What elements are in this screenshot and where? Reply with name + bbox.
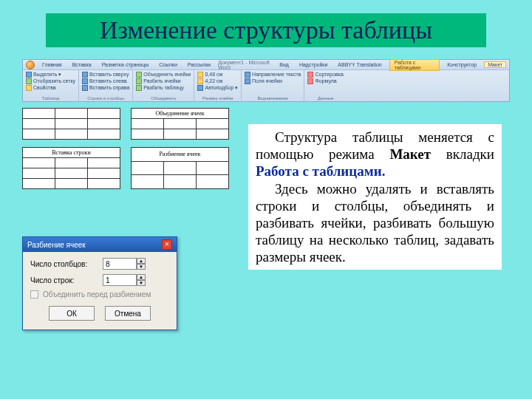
btn-merge[interactable]: Объединить ячейки bbox=[136, 72, 191, 78]
merge-before-checkbox[interactable] bbox=[30, 290, 38, 299]
btn-sort[interactable]: Сортировка bbox=[307, 72, 343, 78]
slide-title: Изменение структуры таблицы bbox=[46, 13, 486, 47]
spin-down-icon[interactable]: ▼ bbox=[137, 280, 146, 286]
tab-home[interactable]: Главная bbox=[39, 62, 65, 67]
rows-spinner[interactable]: ▲▼ bbox=[103, 274, 146, 286]
group-rows-cols: Вставить сверху Вставить слева Вставить … bbox=[79, 70, 133, 102]
p1-c: вкладки bbox=[431, 146, 494, 162]
cancel-button[interactable]: Отмена bbox=[105, 306, 151, 321]
split-header: Разбиение ячеек bbox=[132, 148, 229, 162]
group-name-rowscols: Строки и столбцы bbox=[82, 96, 129, 100]
btn-autofit[interactable]: Автоподбор ▾ bbox=[197, 85, 238, 91]
ribbon-tabs: Главная Вставка Разметка страницы Ссылки… bbox=[23, 60, 509, 70]
doc-title: Документ1 - Microsoft Word bbox=[218, 60, 272, 70]
spin-up-icon[interactable]: ▲ bbox=[137, 274, 146, 280]
group-data: Сортировка Формула Данные bbox=[304, 70, 346, 102]
sample-merged: Объединение ячеек bbox=[131, 108, 229, 140]
cols-label: Число столбцов: bbox=[30, 260, 97, 268]
tab-refs[interactable]: Ссылки bbox=[156, 62, 180, 67]
sample-split-cells: Разбиение ячеек bbox=[131, 147, 229, 189]
table-samples: Объединение ячеек Вставка строки Разбиен… bbox=[22, 108, 244, 197]
context-group-label: Работа с таблицами bbox=[389, 59, 440, 71]
group-name-align: Выравнивание bbox=[245, 96, 301, 100]
btn-ins-right[interactable]: Вставить справа bbox=[82, 85, 129, 91]
ok-button[interactable]: ОК bbox=[49, 306, 95, 321]
split-cells-dialog: Разбиение ячеек × Число столбцов: ▲▼ Чис… bbox=[22, 236, 177, 330]
spin-down-icon[interactable]: ▼ bbox=[137, 264, 146, 270]
group-align: Направление текста Поля ячейки Выравнива… bbox=[242, 70, 304, 102]
tab-abbyy[interactable]: ABBYY Translation bbox=[335, 62, 384, 67]
group-cell-size: 0,48 см 4,22 см Автоподбор ▾ Размер ячей… bbox=[194, 70, 242, 102]
tab-layout[interactable]: Разметка страницы bbox=[99, 62, 152, 67]
p1-maket: Макет bbox=[389, 146, 431, 162]
rows-label: Число строк: bbox=[30, 276, 97, 284]
spin-up-icon[interactable]: ▲ bbox=[137, 258, 146, 264]
cols-input[interactable] bbox=[103, 258, 137, 270]
word-ribbon: Главная Вставка Разметка страницы Ссылки… bbox=[22, 59, 510, 102]
btn-ins-top[interactable]: Вставить сверху bbox=[82, 72, 129, 78]
fld-width[interactable]: 4,22 см bbox=[197, 78, 238, 84]
group-name-size: Размер ячейки bbox=[197, 96, 238, 100]
tab-addins[interactable]: Надстройки bbox=[296, 62, 330, 67]
cols-spinner[interactable]: ▲▼ bbox=[103, 258, 146, 270]
btn-formula[interactable]: Формула bbox=[307, 78, 343, 84]
btn-grid[interactable]: Отобразить сетку bbox=[26, 78, 75, 84]
tab-view[interactable]: Вид bbox=[276, 62, 292, 67]
tab-maket[interactable]: Макет bbox=[484, 61, 506, 68]
dialog-titlebar: Разбиение ячеек × bbox=[23, 237, 177, 252]
btn-split[interactable]: Разбить ячейки bbox=[136, 78, 191, 84]
dialog-title-text: Разбиение ячеек bbox=[27, 241, 86, 249]
rows-input[interactable] bbox=[103, 274, 137, 286]
group-name-merge: Объединить bbox=[136, 96, 191, 100]
office-button[interactable] bbox=[26, 61, 35, 69]
group-table: Выделить ▾ Отобразить сетку Свойства Таб… bbox=[23, 70, 79, 102]
merge-header: Объединение ячеек bbox=[132, 109, 229, 119]
ribbon-groups: Выделить ▾ Отобразить сетку Свойства Таб… bbox=[23, 70, 509, 102]
btn-split-table[interactable]: Разбить таблицу bbox=[136, 85, 191, 91]
tab-design[interactable]: Конструктор bbox=[444, 62, 480, 67]
group-merge: Объединить ячейки Разбить ячейки Разбить… bbox=[133, 70, 194, 102]
btn-ins-left[interactable]: Вставить слева bbox=[82, 78, 129, 84]
p2: Здесь можно удалять и вставлять строки и… bbox=[256, 180, 494, 266]
group-name-table: Таблица bbox=[26, 96, 75, 100]
insert-header: Вставка строки bbox=[23, 148, 120, 158]
btn-select[interactable]: Выделить ▾ bbox=[26, 72, 75, 78]
btn-textdir[interactable]: Направление текста bbox=[245, 72, 301, 78]
tab-mail[interactable]: Рассылки bbox=[185, 62, 214, 67]
tab-insert[interactable]: Вставка bbox=[69, 62, 95, 67]
explanation-text: Структура таблицы меняется с помощью реж… bbox=[248, 124, 502, 270]
fld-height[interactable]: 0,48 см bbox=[197, 72, 238, 78]
close-icon[interactable]: × bbox=[162, 239, 172, 250]
sample-plain bbox=[22, 108, 120, 140]
sample-insert-row: Вставка строки bbox=[22, 147, 120, 189]
checkbox-label: Объединить перед разбиением bbox=[43, 290, 151, 299]
group-name-data: Данные bbox=[307, 96, 343, 100]
btn-props[interactable]: Свойства bbox=[26, 85, 75, 91]
p1-worktables: Работа с таблицами. bbox=[256, 163, 385, 179]
btn-margins[interactable]: Поля ячейки bbox=[245, 78, 301, 84]
